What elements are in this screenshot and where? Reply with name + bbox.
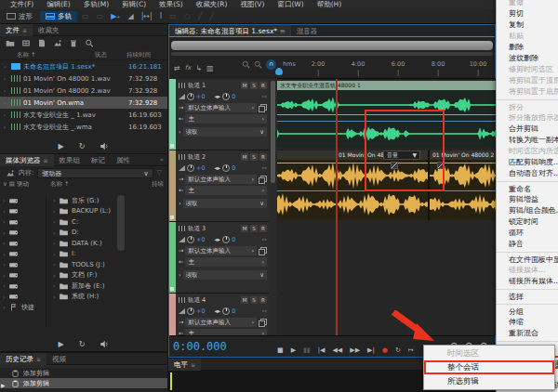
transport-button[interactable]: |◀ xyxy=(314,346,329,354)
volume-knob[interactable] xyxy=(187,164,194,172)
expander-icon[interactable]: › xyxy=(0,282,8,289)
expander-icon[interactable]: › xyxy=(50,251,59,257)
transport-button[interactable]: ▶ xyxy=(287,346,299,354)
pan-knob[interactable] xyxy=(222,164,230,172)
context-menu-item[interactable]: 剪切 xyxy=(497,8,558,20)
context-menu-item[interactable]: 选择 xyxy=(497,289,558,302)
preview-loop-icon[interactable]: ↻ xyxy=(79,340,86,348)
drive-row[interactable]: › 新加卷 (E:) xyxy=(50,281,167,292)
transport-button[interactable]: ↦ xyxy=(405,346,418,354)
context-menu-item[interactable]: 链接所有媒体... xyxy=(497,276,558,287)
context-menu-item[interactable]: 拆分播放指示器下的所有剪辑 xyxy=(497,112,558,124)
more-tabs-icon[interactable]: » xyxy=(160,156,167,163)
current-time-indicator[interactable] xyxy=(336,79,338,335)
menu-item[interactable]: 剪辑(C) xyxy=(115,0,153,9)
transport-button[interactable]: ● xyxy=(379,346,392,354)
menu-item[interactable]: 文件(F) xyxy=(4,0,40,9)
scroll-toggle-icon[interactable]: ⇄ xyxy=(174,64,180,72)
context-menu-item[interactable]: 拆分 xyxy=(497,99,558,112)
context-menu-item[interactable]: 波纹删除 xyxy=(497,53,558,64)
tab-levels[interactable]: 电平≡ xyxy=(168,359,201,371)
expander-icon[interactable]: › xyxy=(0,218,8,225)
track-header[interactable]: 轨道 2 MSR +0 ◂▸0 ↔ →默认立体声输入› ←主› ›读取∨ xyxy=(169,150,269,222)
transport-button[interactable]: ▶▶ xyxy=(346,346,364,354)
tree-root[interactable]: ∨ ▤ 驱动 xyxy=(3,179,50,189)
output-selector[interactable]: 主› xyxy=(185,186,267,195)
razor-tool-icon[interactable]: ◢ xyxy=(125,12,138,20)
preview-autoplay-icon[interactable] xyxy=(100,142,109,150)
input-selector[interactable]: 默认立体声输入› xyxy=(185,318,257,327)
menu-item[interactable]: 编辑(E) xyxy=(40,0,77,9)
pan-knob[interactable] xyxy=(222,236,230,243)
input-selector[interactable]: 默认立体声输入› xyxy=(185,246,257,255)
tab-properties[interactable]: 属性 xyxy=(111,154,136,166)
expander-icon[interactable]: › xyxy=(50,240,59,246)
arm-record-button[interactable]: R xyxy=(259,153,267,161)
expander-icon[interactable]: › xyxy=(4,124,11,130)
drive-row-mini[interactable]: › xyxy=(0,216,46,228)
context-menu-item[interactable]: 重做 xyxy=(497,0,558,8)
slip-tool-icon[interactable]: |↔| xyxy=(138,12,156,20)
duplicate-icon[interactable] xyxy=(259,247,267,255)
drive-row-mini[interactable]: › xyxy=(0,259,46,270)
context-menu-item[interactable]: 分组 xyxy=(497,304,558,317)
context-menu-item[interactable]: 在文件面板中显示 xyxy=(497,252,558,265)
expander-icon[interactable]: › xyxy=(0,240,8,246)
time-display[interactable]: 0:00.000 xyxy=(169,340,273,353)
expander-icon[interactable]: › xyxy=(4,111,11,118)
pan-value[interactable]: 0 xyxy=(232,164,235,172)
search-icon[interactable] xyxy=(85,39,94,47)
menu-item[interactable]: 效果(S) xyxy=(153,0,190,9)
preview-autoplay-icon[interactable] xyxy=(100,340,109,348)
context-menu-item[interactable]: 循环 xyxy=(497,228,558,239)
volume-knob[interactable] xyxy=(187,93,194,100)
track-scrollbar[interactable] xyxy=(269,79,277,335)
open-file-icon[interactable] xyxy=(6,39,15,47)
routing-toggle-icon[interactable]: ↳ xyxy=(195,64,202,72)
tab-mixer[interactable]: 混音器 xyxy=(291,25,324,36)
drive-row-mini[interactable]: › xyxy=(0,206,46,217)
filter-icon[interactable]: ▽ xyxy=(157,169,162,176)
tab-editor[interactable]: 编辑器: 未命名混音项目 1.sesx* ≡ xyxy=(169,25,291,36)
pan-value[interactable]: 0 xyxy=(232,236,235,243)
expander-icon[interactable]: › xyxy=(50,272,59,279)
context-menu-item[interactable]: 重新混合 xyxy=(497,328,558,339)
col-duration[interactable]: 持续时间 xyxy=(126,50,167,59)
expander-icon[interactable]: › xyxy=(50,208,59,215)
expander-icon[interactable]: › xyxy=(50,282,59,289)
automation-expander-icon[interactable]: › xyxy=(179,271,181,279)
panel-menu-icon[interactable]: ≡ xyxy=(22,27,27,33)
zoom-navigator-track[interactable] xyxy=(171,52,493,56)
history-row[interactable]: 添加剪辑 xyxy=(0,378,167,388)
time-selection-tool-icon[interactable]: I xyxy=(156,12,166,20)
context-menu-item[interactable]: 伸缩 xyxy=(497,317,558,328)
drive-row-mini[interactable]: › xyxy=(0,292,46,303)
marquee-tool-icon[interactable]: ▭ xyxy=(166,12,180,20)
col-name[interactable]: 名称 ↑ xyxy=(50,179,70,189)
drive-row[interactable]: › DATA (K:) xyxy=(50,238,167,249)
zoom-in-icon[interactable] xyxy=(242,60,250,69)
track-name[interactable]: 轨道 1 xyxy=(188,82,206,90)
drive-row-mini[interactable]: › xyxy=(0,238,46,249)
metering-toggle-icon[interactable]: ▥ xyxy=(206,64,214,72)
waveform-view-button[interactable]: 波形 xyxy=(1,11,38,22)
preview-play-icon[interactable]: ▶ xyxy=(59,142,64,150)
drive-row[interactable]: › BACKUP (L:) xyxy=(50,206,167,217)
zoom-navigator-bar[interactable] xyxy=(171,41,493,50)
file-row[interactable]: › 水文专业职业生 _ 1.wav 16:19.603 xyxy=(0,109,167,121)
expander-icon[interactable]: › xyxy=(0,272,8,279)
expander-icon[interactable]: › xyxy=(4,99,11,106)
duplicate-icon[interactable] xyxy=(259,176,267,184)
drive-row-mini[interactable]: › xyxy=(0,270,46,281)
arm-record-button[interactable]: R xyxy=(259,296,267,304)
automation-expander-icon[interactable]: › xyxy=(179,128,181,136)
transport-button[interactable]: ■ xyxy=(273,346,287,354)
trash-icon[interactable] xyxy=(69,39,78,47)
timeline-ruler[interactable]: hms 2:004:006:008:0010:00 xyxy=(277,58,497,79)
drive-row-mini[interactable]: › xyxy=(0,195,46,206)
snap-magnet-icon[interactable]: ∩ xyxy=(266,59,276,70)
solo-button[interactable]: S xyxy=(250,296,258,304)
context-menu-item[interactable]: 时间选区内所选剪辑 xyxy=(497,146,558,157)
context-menu-item[interactable]: 静音 xyxy=(497,239,558,250)
playhead-handle[interactable] xyxy=(275,68,283,75)
